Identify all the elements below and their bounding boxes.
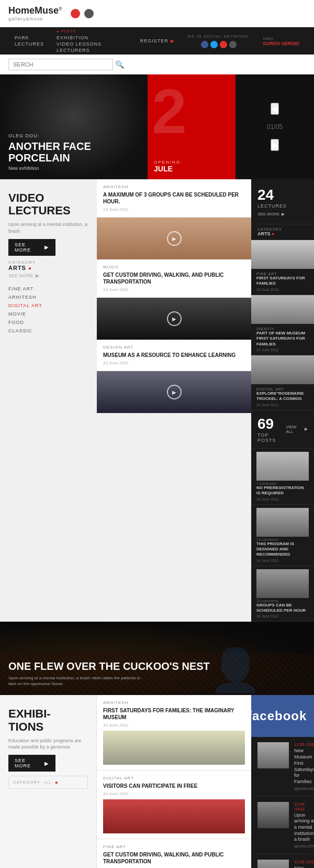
search-input[interactable] xyxy=(8,59,113,70)
play-button[interactable]: ▶ xyxy=(167,231,182,246)
hero-opening-label: OPENING: xyxy=(154,160,229,165)
play-button[interactable]: ▶ xyxy=(167,311,182,326)
nav-video-lessons[interactable]: VIDEO LESSONS xyxy=(57,41,102,47)
category-arts-block: CATEGORY ARTS ● xyxy=(251,224,314,240)
top-posts-label: TOP POSTS xyxy=(257,432,286,443)
right-thumb xyxy=(251,295,314,324)
social-icons xyxy=(201,41,237,48)
cat-classic[interactable]: CLASSIC xyxy=(8,327,88,335)
cat-movie[interactable]: MOVIE xyxy=(8,310,88,318)
cuckoo-title: ONE FLEW OVER THE CUCKOO'S NEST xyxy=(8,660,210,672)
view-all-label: VIEW ALL xyxy=(286,425,302,434)
hero-counter-current: 01 xyxy=(267,123,274,131)
social-post-thumb xyxy=(257,802,289,828)
video-lectures-desc: Upon arriving at a mental institution, a… xyxy=(8,221,88,234)
lecture-category: Design art xyxy=(103,345,245,350)
arts-dot: ● xyxy=(272,231,274,236)
nav-lectures[interactable]: LECTURES xyxy=(15,41,44,47)
hero-left-panel: OLEG DOU: ANOTHER FACE PORCELAIN New exh… xyxy=(0,74,148,179)
exhibitions-title: EXHIBI-TIONS xyxy=(8,708,88,733)
category-dot: ● xyxy=(55,779,58,785)
lecture-thumbnail-1: ▶ xyxy=(97,218,251,259)
nav-social: WE IN SOCIAL NETWORK: xyxy=(181,27,257,55)
right-card: Fine art FIRST SATURDAYS FOR FAMILIES 24… xyxy=(251,240,314,295)
ex-date: 24 June 2012 xyxy=(103,791,245,796)
top-post-card: 23 comments GROUPS CAN BE SCHEDULED PER … xyxy=(251,566,314,622)
right-date: 24 June 2012 xyxy=(256,288,309,291)
cat-food[interactable]: FOOD xyxy=(8,318,88,327)
facebook-block[interactable]: f facebook Select one of the flow ▶ xyxy=(251,695,314,737)
settings-icon[interactable] xyxy=(84,9,94,18)
category-arts-value: ARTS ● xyxy=(257,231,308,236)
logo-text: HomeMuse xyxy=(8,5,59,16)
nav-register[interactable]: REGISTER ▶ xyxy=(134,27,181,55)
see-more-small[interactable]: SEE MORE ▶ xyxy=(8,273,88,278)
search-button[interactable]: 🔍 xyxy=(115,60,124,69)
right-card-info: Identiy PART OF NEW MUSEUM FIRST SATURDA… xyxy=(251,324,314,355)
cat-digital-art[interactable]: DIGITAL ART xyxy=(8,301,88,310)
exhibition-card: Arhitesh FIRST SATURDAYS FOR FAMILIES: T… xyxy=(97,695,251,771)
stats-column: 24 LECTURES SEE MORE ▶ CATEGORY ARTS ● F… xyxy=(251,179,314,622)
lectures-count: 24 xyxy=(257,187,308,203)
right-title: FIRST SATURDAYS FOR FAMILIES xyxy=(256,276,309,287)
lecture-title: MUSEUM AS A RESOURCE TO ENHANCE LEARNING xyxy=(103,352,245,359)
right-card: Identiy PART OF NEW MUSEUM FIRST SATURDA… xyxy=(251,295,314,355)
site-header: HomeMuse® gallery&muse xyxy=(0,0,314,27)
ex-thumb xyxy=(103,799,245,833)
top-post-date: 24 June 2012 xyxy=(256,559,309,562)
social-post-content: 12.05 /2013 New Museum First Saturdays f… xyxy=(294,860,314,868)
facebook-content: f facebook Select one of the flow ▶ xyxy=(230,703,314,730)
top-posts-info: 69 TOP POSTS xyxy=(257,416,286,443)
exhibitions-see-more[interactable]: SEE MORE ▶ xyxy=(8,755,55,772)
exhibition-card: Fine art GET CUSTOM DRIVING, WALKING, AN… xyxy=(97,839,251,868)
cat-fine-art[interactable]: FINE ART xyxy=(8,285,88,293)
record-icon[interactable] xyxy=(71,9,80,18)
facebook-social-icon[interactable] xyxy=(201,41,208,48)
ex-category: Arhitesh xyxy=(103,700,245,705)
comment-count: 23 comments xyxy=(256,599,309,603)
category-label: CATEGORY xyxy=(8,260,36,265)
lectures-stat: 24 LECTURES SEE MORE ▶ xyxy=(251,179,314,224)
see-more-button[interactable]: SEE MORE ▶ xyxy=(8,239,55,256)
exhibition-feed: Arhitesh FIRST SATURDAYS FOR FAMILIES: T… xyxy=(97,695,251,868)
nav-park[interactable]: PARK xyxy=(15,35,44,40)
play-button[interactable]: ▶ xyxy=(167,385,182,399)
top-post-thumb xyxy=(256,508,309,537)
lecture-card: Arhitesh A MAXIMUM OF 3 GROUPS CAN BE SC… xyxy=(97,179,251,218)
right-category: Fine art xyxy=(256,272,309,276)
hero-big-number: 2 xyxy=(152,80,187,143)
lecture-title: A MAXIMUM OF 3 GROUPS CAN BE SCHEDULED P… xyxy=(103,191,245,205)
hero-prev-button[interactable]: ◀ xyxy=(271,103,279,115)
search-bar: 🔍 xyxy=(0,55,314,74)
view-all-button[interactable]: VIEW ALL ▶ xyxy=(286,425,308,434)
category-label: CATEGORY xyxy=(13,780,40,785)
nav-lecturers[interactable]: LECTURERS xyxy=(57,48,102,53)
exhibitions-sidebar: EXHIBI-TIONS Education and public progra… xyxy=(0,695,97,868)
nav-exhibition[interactable]: EXHIBITION xyxy=(57,35,102,40)
header-icons xyxy=(71,9,94,18)
post-date: 12.05 /2013 xyxy=(294,802,314,811)
hero-counter-total: /05 xyxy=(274,123,283,131)
social-post-content: 12.05 /2013 Upon arriving at a mental in… xyxy=(294,802,314,849)
top-posts-count: 69 xyxy=(257,416,286,432)
right-thumb xyxy=(251,355,314,384)
stat-see-more[interactable]: SEE MORE ▶ xyxy=(257,212,308,216)
twitter-social-icon[interactable] xyxy=(210,41,218,48)
social-column: f facebook Select one of the flow ▶ 12.0… xyxy=(251,695,314,868)
hero-banner: OLEG DOU: ANOTHER FACE PORCELAIN New exh… xyxy=(0,74,314,179)
right-card: Digital art EXPLORE"ROSEMARIE TROCKEL: A… xyxy=(251,355,314,410)
cuckoo-description: Upon arriving at a mental institution, a… xyxy=(8,675,144,687)
other-social-icon[interactable] xyxy=(229,41,237,48)
hero-next-button[interactable]: ▶ xyxy=(271,139,279,151)
google-social-icon[interactable] xyxy=(220,41,227,48)
top-post-title: THIS PROGRAM IS DESIGNED AND RECOMMENDED xyxy=(256,541,309,558)
comment-count: 7 comments xyxy=(256,482,309,485)
top-post-thumb xyxy=(256,452,309,481)
exhibitions-section: EXHIBI-TIONS Education and public progra… xyxy=(0,695,314,868)
right-category: Digital art xyxy=(256,387,309,391)
hero-content: OLEG DOU: ANOTHER FACE PORCELAIN New exh… xyxy=(8,133,139,171)
ex-date: 24 June 2012 xyxy=(103,723,245,728)
category-arts: ARTS ● xyxy=(8,265,88,271)
right-category: Identiy xyxy=(256,327,309,331)
cat-arhitesh[interactable]: ARHITESH xyxy=(8,293,88,301)
